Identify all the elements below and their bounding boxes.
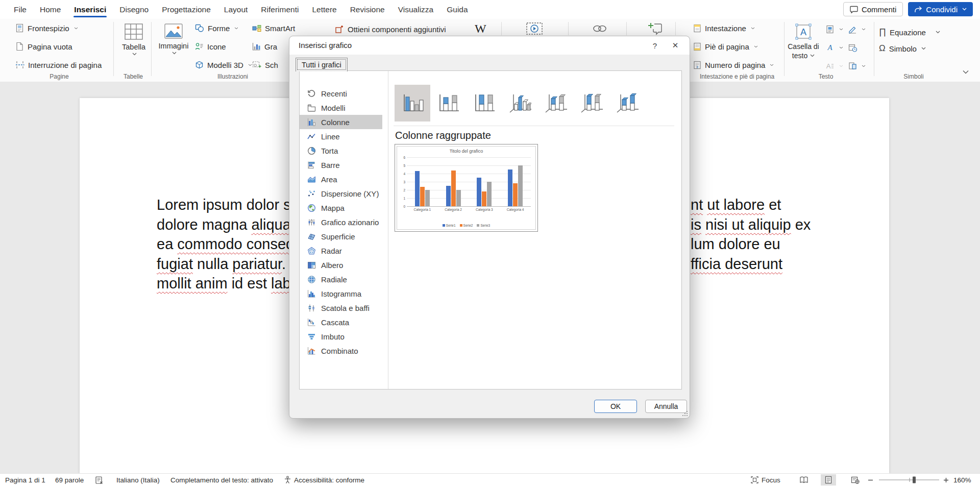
tab-file[interactable]: File <box>7 0 33 19</box>
chart-subtype-colonne-100-in-pila[interactable] <box>466 85 502 121</box>
zoom-level[interactable]: 160% <box>953 474 971 486</box>
chart-category-pie[interactable]: Torta <box>300 143 382 158</box>
dropcap-button[interactable]: A <box>826 60 843 72</box>
print-layout-button[interactable] <box>821 474 836 486</box>
tab-guida[interactable]: Guida <box>440 0 474 19</box>
chart-category-radar[interactable]: Radar <box>300 244 382 258</box>
chart-category-scatter[interactable]: Dispersione (XY) <box>300 186 382 201</box>
chart-category-line[interactable]: Linee <box>300 129 382 143</box>
chart-subtype-colonne-3d[interactable] <box>609 85 645 121</box>
online-video-icon[interactable] <box>526 22 543 35</box>
chart-category-column[interactable]: Colonne <box>300 115 382 129</box>
equation-button[interactable]: ∏ Equazione <box>879 26 940 38</box>
object-button[interactable] <box>848 60 866 72</box>
chart-category-bar[interactable]: Barre <box>300 158 382 172</box>
quick-parts-button[interactable] <box>826 23 843 35</box>
tab-layout[interactable]: Layout <box>217 0 255 19</box>
language-status[interactable]: Italiano (Italia) <box>116 474 160 486</box>
object-icon <box>848 62 857 70</box>
chart-category-waterfall[interactable]: Cascata <box>300 315 382 329</box>
read-mode-button[interactable] <box>796 474 812 486</box>
chart-category-histogram[interactable]: Istogramma <box>300 286 382 301</box>
symbol-button[interactable]: Ω Simbolo <box>879 42 926 55</box>
zoom-in-button[interactable] <box>943 474 949 486</box>
chart-subtype-colonne-3d-raggruppate[interactable] <box>502 85 537 121</box>
chart-category-map[interactable]: Mappa <box>300 201 382 215</box>
chart-category-templates[interactable]: Modelli <box>300 101 382 115</box>
web-layout-button[interactable] <box>847 474 863 486</box>
ribbon-button-icone[interactable]: Icone <box>195 40 252 53</box>
new-comment-icon[interactable] <box>647 22 663 35</box>
chevron-down-icon <box>751 27 755 30</box>
cancel-button[interactable]: Annulla <box>645 400 687 413</box>
chart-bar <box>456 190 461 206</box>
get-addins-label: Ottieni componenti aggiuntivi <box>348 25 446 34</box>
tab-visualizza[interactable]: Visualizza <box>391 0 440 19</box>
tab-revisione[interactable]: Revisione <box>344 0 391 19</box>
share-label: Condividi <box>926 5 958 14</box>
get-addins-button[interactable]: Ottieni componenti aggiuntivi <box>335 23 446 35</box>
tab-disegno[interactable]: Disegno <box>113 0 155 19</box>
tab-lettere[interactable]: Lettere <box>305 0 343 19</box>
chart-x-label: Categoria 4 <box>500 208 531 211</box>
zoom-out-button[interactable] <box>868 474 873 486</box>
chevron-down-icon <box>810 54 815 57</box>
chart-subtype-colonne-raggruppate[interactable] <box>395 85 430 121</box>
ribbon-button-numero-di-pagina[interactable]: #Numero di pagina <box>693 59 774 71</box>
focus-mode-button[interactable]: Focus <box>750 474 780 486</box>
chart-category-sunburst[interactable]: Radiale <box>300 272 382 286</box>
ok-button[interactable]: OK <box>594 400 637 413</box>
box-whisker-icon <box>307 304 316 312</box>
wordart-button[interactable]: A <box>826 41 843 54</box>
chart-category-funnel[interactable]: Imbuto <box>300 329 382 344</box>
all-charts-tab[interactable]: Tutti i grafici <box>296 58 348 71</box>
textbox-button[interactable]: A Casella di testo <box>787 22 820 59</box>
chart-category-area[interactable]: Area <box>300 172 382 186</box>
text-predictions-status[interactable]: Completamento del testo: attivato <box>170 474 273 486</box>
document-text-line: mollit anim id est labo <box>157 275 299 292</box>
tab-progettazione[interactable]: Progettazione <box>155 0 217 19</box>
ribbon-button-pagina-vuota[interactable]: Pagina vuota <box>15 40 102 53</box>
ribbon-button-modelli-3d[interactable]: Modelli 3D <box>195 59 252 71</box>
tab-riferimenti[interactable]: Riferimenti <box>254 0 305 19</box>
table-button[interactable]: Tabella <box>117 23 150 56</box>
ribbon-button-smartart[interactable]: SmartArt <box>252 22 295 34</box>
header-icon <box>693 24 701 33</box>
word-count-status[interactable]: 69 parole <box>55 474 84 486</box>
link-icon[interactable] <box>592 23 607 34</box>
dialog-help-button[interactable]: ? <box>647 39 663 52</box>
chart-category-stock[interactable]: Grafico azionario <box>300 215 382 229</box>
chart-bar-group <box>407 157 438 206</box>
ribbon-button-frontespizio[interactable]: Frontespizio <box>15 22 102 34</box>
date-time-button[interactable] <box>848 41 866 54</box>
chart-preview-thumbnail[interactable]: Titolo del grafico0123456Categoria 1Cate… <box>395 144 538 232</box>
ribbon-button-forme[interactable]: Forme <box>195 22 252 34</box>
ribbon-button-interruzione-di-pagina[interactable]: Interruzione di pagina <box>15 59 102 71</box>
signature-line-button[interactable] <box>848 23 866 35</box>
svg-text:#: # <box>696 65 698 69</box>
chart-category-combo[interactable]: Combinato <box>300 344 382 358</box>
ribbon-button-pi-di-pagina[interactable]: Piè di pagina <box>693 40 774 53</box>
chart-category-recent[interactable]: Recenti <box>300 86 382 101</box>
comments-button[interactable]: Commenti <box>843 2 903 16</box>
chart-subtype-colonne-in-pila[interactable] <box>430 85 466 121</box>
pictures-button[interactable]: Immagini <box>157 23 190 55</box>
ribbon-button-intestazione[interactable]: Intestazione <box>693 22 774 34</box>
share-button[interactable]: Condividi <box>908 2 973 16</box>
dialog-title: Inserisci grafico <box>299 41 352 50</box>
resize-grip[interactable] <box>681 410 688 417</box>
accessibility-status[interactable]: Accessibilità: conforme <box>284 474 364 486</box>
page-count-status[interactable]: Pagina 1 di 1 <box>5 474 45 486</box>
dialog-close-button[interactable]: ✕ <box>667 39 683 52</box>
chart-category-treemap[interactable]: Albero <box>300 258 382 272</box>
chart-subtype-colonne-3d-100-in-pila[interactable] <box>573 85 609 121</box>
collapse-ribbon-icon[interactable] <box>963 70 969 74</box>
chart-category-surface[interactable]: Superficie <box>300 229 382 244</box>
proofing-errors-icon[interactable] <box>95 474 104 486</box>
zoom-slider[interactable] <box>879 474 939 486</box>
chart-subtype-colonne-3d-in-pila[interactable] <box>537 85 573 121</box>
tab-home[interactable]: Home <box>33 0 67 19</box>
chart-category-boxwhisker[interactable]: Scatola e baffi <box>300 301 382 315</box>
wikipedia-icon[interactable]: W <box>475 22 486 36</box>
tab-inserisci[interactable]: Inserisci <box>67 0 113 19</box>
